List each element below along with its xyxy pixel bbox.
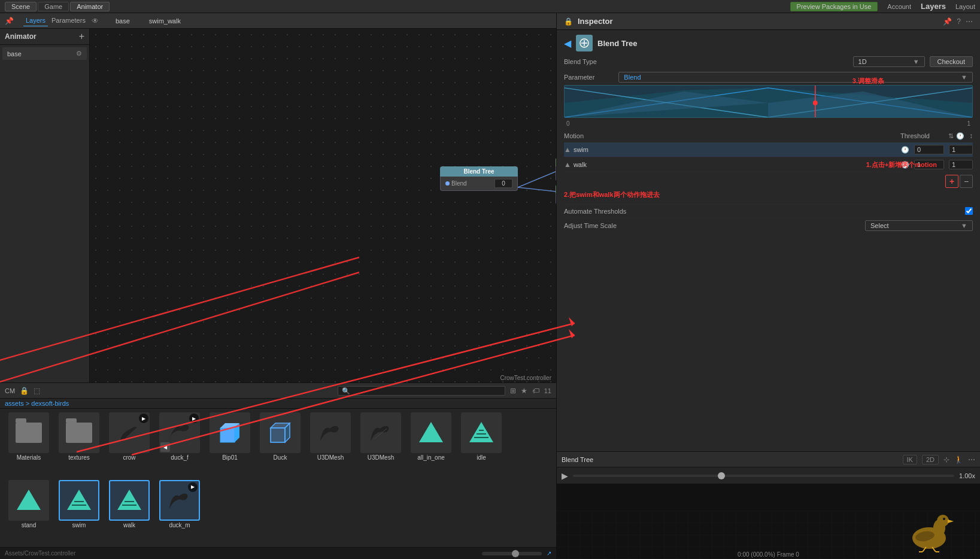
parameter-dropdown[interactable]: Blend ▼ xyxy=(618,72,973,83)
layers-sidebar-label: Animator xyxy=(5,32,37,41)
graph-canvas[interactable]: Blend Tree Blend xyxy=(90,29,556,382)
inspector-help-icon[interactable]: ? xyxy=(957,17,961,26)
blend-type-dropdown[interactable]: 1D ▼ xyxy=(853,56,925,67)
2d-btn[interactable]: 2D xyxy=(922,455,939,464)
walk-threshold-input[interactable] xyxy=(914,160,944,169)
swim-walk-tab[interactable]: swim_walk xyxy=(144,16,186,26)
play-badge-duck-m[interactable]: ▶ xyxy=(188,482,198,492)
play-button[interactable]: ▶ xyxy=(562,471,568,481)
asset-item-duck-m[interactable]: ▶ duck_m xyxy=(156,480,204,544)
walk-node[interactable]: walk Blend Tree xyxy=(556,184,556,205)
remove-motion-btn[interactable]: − xyxy=(960,175,973,188)
layer-gear-icon[interactable]: ⚙ xyxy=(76,50,82,57)
tag-icon[interactable]: 🏷 xyxy=(532,387,539,395)
adjust-dropdown[interactable]: Select ▼ xyxy=(865,220,973,231)
asset-item-bip01[interactable]: Bip01 xyxy=(206,412,254,476)
assets-grid: Materials textures xyxy=(0,409,556,547)
walk-weight-input[interactable] xyxy=(949,160,973,169)
walk-clock-icon[interactable]: 🕐 xyxy=(901,161,909,169)
asset-item-u3dmesh1[interactable]: U3DMesh xyxy=(307,412,354,476)
blend-graph[interactable] xyxy=(564,85,973,118)
timeline-track[interactable] xyxy=(573,475,954,477)
asset-name-u3dmesh2: U3DMesh xyxy=(368,454,394,461)
svg-marker-19 xyxy=(67,490,91,510)
inspector-dots-icon[interactable]: ⋯ xyxy=(966,17,973,26)
checkout-btn[interactable]: Checkout xyxy=(930,56,973,67)
lock-icon2[interactable]: 🔒 xyxy=(564,17,573,26)
swim-clock-icon[interactable]: 🕐 xyxy=(901,146,909,154)
speed-value: 1.00x xyxy=(959,472,975,479)
status-bar: Assets/CrowTest.controller ↗ xyxy=(0,547,556,559)
layers-tab-active[interactable]: Layers xyxy=(23,16,48,26)
parameters-tab[interactable]: Parameters xyxy=(49,16,88,26)
blend-param-input[interactable] xyxy=(494,179,512,188)
asset-item-stand[interactable]: stand xyxy=(5,480,53,544)
search-input[interactable] xyxy=(338,386,505,396)
swim-expand-icon[interactable]: ▲ xyxy=(564,145,571,154)
star-icon[interactable]: ★ xyxy=(521,387,527,395)
add-motion-btn[interactable]: + xyxy=(945,175,958,188)
game-tab[interactable]: Game xyxy=(38,2,69,11)
expand-icon[interactable]: ↕ xyxy=(969,132,973,140)
asset-item-u3dmesh2[interactable]: U3DMesh xyxy=(357,412,405,476)
asset-name-textures: textures xyxy=(68,454,90,461)
eye-icon[interactable]: 👁 xyxy=(89,16,101,26)
swim-weight-input[interactable] xyxy=(949,145,973,154)
layer-item[interactable]: base ⚙ xyxy=(2,47,87,60)
ik-btn[interactable]: IK xyxy=(903,455,917,464)
inspector-content: ◀ Blend Tree Blend Type 1D ▼ Checkout xyxy=(557,30,980,451)
asset-item-textures[interactable]: textures xyxy=(55,412,103,476)
asset-item-allinone[interactable]: all_in_one xyxy=(407,412,455,476)
person-icon[interactable]: 🚶 xyxy=(954,455,963,464)
animator-tab[interactable]: Animator xyxy=(70,2,110,11)
grid-icon[interactable]: ⊞ xyxy=(510,387,516,395)
preview-btn[interactable]: Preview Packages in Use xyxy=(790,2,878,11)
asset-item-idle[interactable]: idle xyxy=(457,412,505,476)
svg-point-35 xyxy=(937,515,949,527)
asset-name-u3dmesh1: U3DMesh xyxy=(317,454,344,461)
automate-row: Automate Thresholds xyxy=(564,204,973,217)
asset-item-duck[interactable]: Duck xyxy=(256,412,304,476)
motion-row-swim[interactable]: ▲ swim 🕐 xyxy=(564,142,973,157)
clock-icon[interactable]: 🕐 xyxy=(956,132,964,140)
time-label: 0:00 (000.0%) Frame 0 xyxy=(738,551,799,558)
asset-name-stand: stand xyxy=(22,522,36,528)
play-badge-duck-f[interactable]: ▶ xyxy=(189,414,199,423)
asset-item-materials[interactable]: Materials xyxy=(5,412,53,476)
asset-item-swim[interactable]: swim xyxy=(55,480,103,544)
asset-item-duck-f[interactable]: ▶ ◀ duck_f xyxy=(156,412,204,476)
back-arrow[interactable]: ◀ xyxy=(564,38,571,49)
move-icon[interactable]: ⊹ xyxy=(943,455,949,464)
asset-name-duck-f: duck_f xyxy=(171,454,188,461)
layout-label: Layout xyxy=(955,3,975,10)
right-icon: ↗ xyxy=(547,550,551,557)
svg-marker-36 xyxy=(948,519,954,523)
inspector-panel: 🔒 Inspector 📌 ? ⋯ ◀ Blend Tree xyxy=(557,13,980,559)
blend-tree-node[interactable]: Blend Tree Blend xyxy=(440,166,518,191)
blend-param-label: Blend xyxy=(451,180,467,187)
add-layer-btn[interactable]: + xyxy=(79,31,84,42)
top-bar: Scene Game Animator Preview Packages in … xyxy=(0,0,980,13)
inspector-pin-icon[interactable]: 📌 xyxy=(943,17,952,26)
assets-path: Assets/CrowTest.controller xyxy=(5,550,482,557)
svg-point-2 xyxy=(135,423,139,427)
asset-item-walk[interactable]: walk xyxy=(105,480,153,544)
play-badge-crow[interactable]: ▶ xyxy=(139,414,148,423)
maximize-icon[interactable]: ⬚ xyxy=(34,387,40,395)
motion-row-walk[interactable]: ▲ walk 🕐 xyxy=(564,157,973,172)
base-tab[interactable]: base xyxy=(111,16,135,26)
asset-browser: CM 🔒 ⬚ ⊞ ★ 🏷 11 assets > dexsoft-birds xyxy=(0,382,556,559)
threshold-label: Threshold xyxy=(900,132,948,139)
animator-toolbar: 📌 Layers Parameters 👁 base swim_walk xyxy=(0,13,556,29)
scene-tab[interactable]: Scene xyxy=(5,2,37,11)
swim-threshold-input[interactable] xyxy=(914,145,944,154)
adjust-label: Adjust Time Scale xyxy=(564,222,617,229)
sort-icon[interactable]: ⇅ xyxy=(948,132,954,140)
asset-item-crow[interactable]: ▶ crow xyxy=(105,412,153,476)
more-icon[interactable]: ⋯ xyxy=(968,455,975,464)
swim-node[interactable]: swim Swim- Walk... xyxy=(556,157,556,181)
duck-preview xyxy=(896,505,962,553)
asset-name-duck: Duck xyxy=(274,454,287,461)
automate-checkbox[interactable] xyxy=(965,207,973,215)
walk-expand-icon[interactable]: ▲ xyxy=(564,160,571,169)
